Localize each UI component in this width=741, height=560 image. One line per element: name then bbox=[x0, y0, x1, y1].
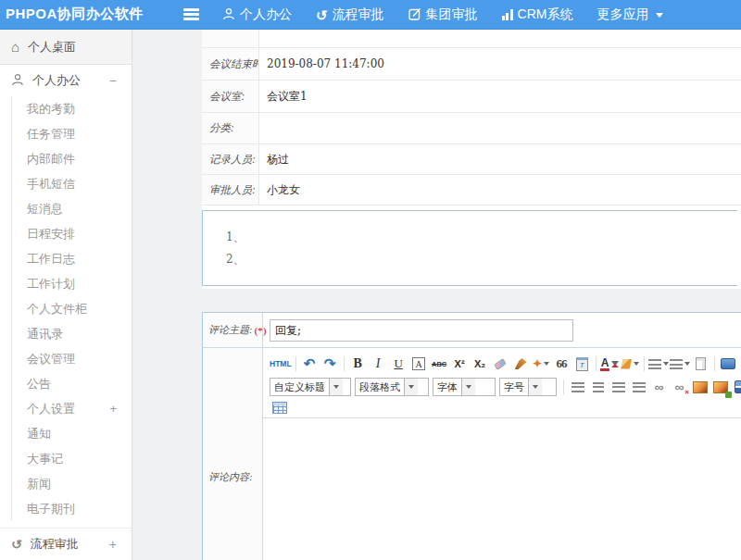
sidebar-item-task-management[interactable]: 任务管理 bbox=[12, 121, 132, 146]
insert-link-icon[interactable]: ∞ bbox=[649, 378, 669, 396]
comment-content-row: 评论内容: HTML ↶ ↷ B I U A bbox=[203, 348, 741, 560]
highlight-color-icon[interactable] bbox=[621, 355, 640, 373]
form-row-partial bbox=[202, 30, 741, 48]
insert-image-icon[interactable] bbox=[690, 378, 710, 396]
sidebar-section-personal-office[interactable]: 个人办公 − bbox=[0, 65, 132, 96]
font-family-select[interactable]: 字体 bbox=[433, 378, 496, 396]
sidebar-item-internal-mail[interactable]: 内部邮件 bbox=[12, 146, 132, 171]
eraser-icon[interactable] bbox=[491, 355, 510, 373]
sidebar-item-work-plan[interactable]: 工作计划 bbox=[12, 271, 132, 296]
sidebar-item-announcement[interactable]: 公告 bbox=[12, 371, 132, 396]
user-icon bbox=[222, 7, 235, 23]
nav-label: 个人办公 bbox=[240, 6, 292, 23]
editor-content-area[interactable] bbox=[263, 418, 741, 560]
field-value: 杨过 bbox=[259, 144, 741, 174]
expand-plus-icon[interactable]: + bbox=[109, 537, 117, 552]
sidebar-item-personal-files[interactable]: 个人文件柜 bbox=[12, 296, 132, 321]
user-icon bbox=[0, 73, 24, 89]
form-row-approver: 审批人员: 小龙女 bbox=[202, 175, 741, 205]
nav-label: 流程审批 bbox=[333, 6, 384, 23]
upload-image-icon[interactable] bbox=[710, 378, 730, 396]
autoformat-wand-icon[interactable]: ✦ bbox=[532, 355, 551, 373]
strikethrough-button[interactable]: ABC bbox=[430, 355, 449, 373]
bold-button[interactable]: B bbox=[348, 355, 368, 373]
field-value bbox=[259, 113, 741, 143]
top-nav: 个人办公 ↺ 流程审批 集团审批 CRM系统 更多应用 bbox=[222, 0, 663, 30]
sidebar-item-personal-desktop[interactable]: ⌂ 个人桌面 bbox=[0, 30, 132, 65]
align-left-icon[interactable] bbox=[568, 378, 587, 396]
flow-icon: ↺ bbox=[11, 537, 22, 552]
app-window: PHPOA协同办公软件 个人办公 ↺ 流程审批 集团审批 CRM系统 bbox=[0, 0, 741, 560]
insert-table-icon[interactable] bbox=[270, 398, 289, 417]
comment-content-label: 评论内容: bbox=[203, 348, 263, 560]
chevron-down-icon bbox=[329, 379, 343, 395]
rich-text-editor: HTML ↶ ↷ B I U A ABC X² X₂ bbox=[263, 348, 741, 560]
nav-more-apps[interactable]: 更多应用 bbox=[597, 6, 663, 23]
nav-crm-system[interactable]: CRM系统 bbox=[502, 6, 573, 23]
sidebar-submenu: 我的考勤 任务管理 内部邮件 手机短信 短消息 日程安排 工作日志 工作计划 个… bbox=[11, 96, 132, 521]
sidebar-item-schedule[interactable]: 日程安排 bbox=[12, 221, 132, 246]
sidebar-item-e-journal[interactable]: 电子期刊 bbox=[12, 496, 132, 521]
chevron-down-icon bbox=[461, 379, 475, 395]
paste-as-text-icon[interactable]: T bbox=[572, 355, 592, 373]
sidebar-item-major-events[interactable]: 大事记 bbox=[12, 446, 132, 471]
caret-down-icon bbox=[656, 13, 663, 18]
sidebar-item-meeting-management[interactable]: 会议管理 bbox=[12, 346, 132, 371]
italic-button[interactable]: I bbox=[369, 355, 388, 373]
sidebar-item-personal-settings[interactable]: 个人设置 + bbox=[12, 396, 132, 421]
collapse-minus-icon[interactable]: − bbox=[109, 73, 117, 88]
format-brush-icon[interactable] bbox=[511, 355, 531, 373]
chart-icon bbox=[502, 9, 513, 20]
field-label: 会议室: bbox=[202, 81, 259, 112]
editor-toolbar: HTML ↶ ↷ B I U A ABC X² X₂ bbox=[263, 348, 741, 418]
redo-icon[interactable]: ↷ bbox=[320, 355, 340, 373]
nav-group-approval[interactable]: 集团审批 bbox=[408, 6, 478, 23]
align-center-icon[interactable] bbox=[588, 378, 608, 396]
blockquote-button[interactable]: 66 bbox=[552, 355, 571, 373]
insert-media-icon[interactable] bbox=[731, 378, 741, 396]
remove-link-icon[interactable]: ∞× bbox=[670, 378, 689, 396]
top-bar: PHPOA协同办公软件 个人办公 ↺ 流程审批 集团审批 CRM系统 bbox=[0, 0, 741, 30]
sidebar-item-mobile-sms[interactable]: 手机短信 bbox=[12, 171, 132, 196]
sidebar-item-notice[interactable]: 通知 bbox=[12, 421, 132, 446]
sidebar-item-news[interactable]: 新闻 bbox=[12, 471, 132, 496]
comment-subject-label: 评论主题: (*) bbox=[203, 313, 263, 347]
form-row-meeting-room: 会议室: 会议室1 bbox=[202, 81, 741, 113]
sidebar-item-work-log[interactable]: 工作日志 bbox=[12, 246, 132, 271]
ordered-list-icon[interactable] bbox=[648, 355, 669, 373]
nav-personal-office[interactable]: 个人办公 bbox=[222, 6, 292, 23]
sidebar-item-my-attendance[interactable]: 我的考勤 bbox=[12, 96, 132, 121]
new-page-icon[interactable] bbox=[691, 355, 710, 373]
menu-icon[interactable] bbox=[183, 8, 199, 21]
superscript-button[interactable]: X² bbox=[450, 355, 470, 373]
edit-icon bbox=[408, 7, 421, 23]
toolbar-row-3 bbox=[270, 399, 741, 416]
undo-icon[interactable]: ↶ bbox=[300, 355, 320, 373]
comment-subject-input[interactable] bbox=[270, 319, 573, 342]
fullscreen-icon[interactable] bbox=[719, 355, 738, 373]
font-style-button[interactable]: A bbox=[409, 355, 429, 373]
app-title: PHPOA协同办公软件 bbox=[6, 6, 144, 23]
sidebar: ⌂ 个人桌面 个人办公 − 我的考勤 任务管理 内部邮件 手机短信 短消息 日程… bbox=[0, 30, 132, 560]
sidebar-item-address-book[interactable]: 通讯录 bbox=[12, 321, 132, 346]
field-value: 会议室1 bbox=[259, 81, 741, 112]
unordered-list-icon[interactable] bbox=[670, 355, 690, 373]
sidebar-item-short-message[interactable]: 短消息 bbox=[12, 196, 132, 221]
font-color-button[interactable]: A bbox=[600, 355, 620, 373]
html-source-button[interactable]: HTML bbox=[270, 355, 292, 373]
font-size-select[interactable]: 字号 bbox=[499, 378, 557, 396]
paragraph-format-select[interactable]: 段落格式 bbox=[355, 378, 429, 396]
comment-subject-row: 评论主题: (*) bbox=[203, 313, 741, 348]
heading-select[interactable]: 自定义标题 bbox=[270, 378, 351, 396]
align-right-icon[interactable] bbox=[609, 378, 628, 396]
nav-workflow-approval[interactable]: ↺ 流程审批 bbox=[316, 6, 384, 23]
subscript-button[interactable]: X₂ bbox=[471, 355, 490, 373]
meeting-content-box: 1、 2、 bbox=[202, 210, 737, 286]
align-justify-icon[interactable] bbox=[629, 378, 648, 396]
form-row-category: 分类: bbox=[202, 113, 741, 144]
field-label: 记录人员: bbox=[202, 144, 259, 174]
sidebar-section-workflow-approval[interactable]: ↺ 流程审批 + bbox=[0, 528, 132, 559]
underline-button[interactable]: U bbox=[389, 355, 408, 373]
comment-panel: 评论主题: (*) 评论内容: HTML ↶ bbox=[202, 312, 741, 560]
expand-plus-icon[interactable]: + bbox=[109, 396, 117, 421]
